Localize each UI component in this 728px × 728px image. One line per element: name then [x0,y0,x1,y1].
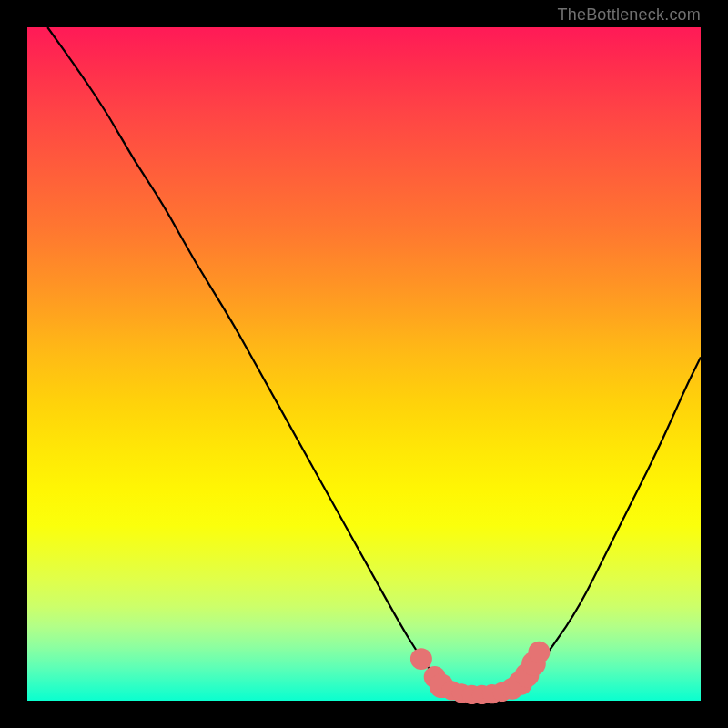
valley-marker [410,648,432,670]
chart-svg [27,27,701,701]
watermark-text: TheBottleneck.com [558,5,701,25]
chart-frame: TheBottleneck.com [0,0,728,728]
curve-right-branch [526,358,701,681]
marker-layer [410,642,550,704]
curve-left-branch [47,27,438,681]
valley-marker [528,642,550,663]
chart-plot-area [27,27,701,701]
